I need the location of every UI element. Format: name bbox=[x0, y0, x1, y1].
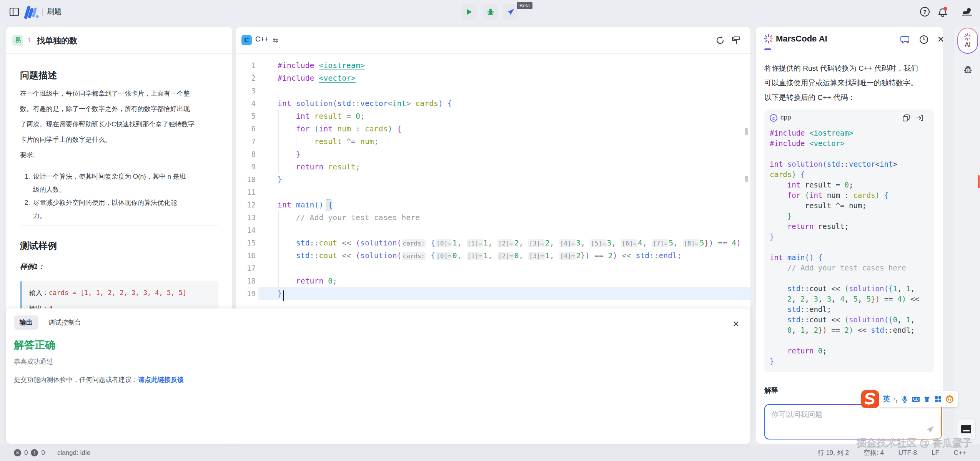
status-bar: ✕ 0 ! 0 clangd: idle 行 19, 列 2 空格: 4 UTF… bbox=[0, 444, 980, 461]
output-panel: 输出 调试控制台 ✕ 解答正确 恭喜成功通过 提交功能内测体验中，任何问题或者建… bbox=[6, 308, 750, 444]
reset-code-icon[interactable] bbox=[715, 35, 725, 45]
difficulty-badge: 易 bbox=[12, 35, 23, 46]
sidebar-toggle-icon[interactable] bbox=[9, 7, 19, 17]
history-icon[interactable] bbox=[919, 35, 929, 45]
explain-bulb-icon[interactable] bbox=[933, 114, 934, 122]
problem-description: 在一个班级中，每位同学都拿到了一张卡片，上面有一个整 数。有趣的是，除了一个数字… bbox=[20, 86, 218, 163]
paper-plane-icon bbox=[506, 7, 515, 17]
ime-mic-icon[interactable] bbox=[901, 395, 908, 403]
ai-input-box[interactable]: 你可以问我问题 bbox=[764, 404, 942, 439]
ai-code-block: c cpp #include <iostream>#include <vecto… bbox=[764, 109, 934, 372]
feedback-text: 提交功能内测体验中，任何问题或者建议：请点此链接反馈 bbox=[14, 375, 750, 384]
indent-guide bbox=[296, 135, 296, 148]
line-numbers: 12345678910111213141516171819 bbox=[236, 59, 256, 300]
divider bbox=[42, 8, 43, 16]
ime-emoji-icon[interactable] bbox=[945, 395, 954, 404]
description-heading: 问题描述 bbox=[20, 69, 218, 81]
ime-punct-toggle[interactable]: ·, bbox=[893, 395, 898, 403]
feedback-link[interactable]: 请点此链接反馈 bbox=[138, 376, 184, 383]
user-avatar[interactable] bbox=[960, 5, 974, 18]
ai-panel: MarsCode AI ✕ 将你提供的 Rust 代码转换为 C++ 代码时，我… bbox=[756, 27, 943, 444]
sample-input-label: 输入： bbox=[29, 289, 49, 297]
copy-code-icon[interactable] bbox=[902, 114, 910, 122]
submit-button[interactable] bbox=[503, 4, 518, 20]
scroll-indicator bbox=[978, 175, 980, 188]
editor-tabbar: C C++ ⇆ bbox=[236, 27, 750, 54]
indent-guide bbox=[278, 211, 279, 287]
ai-rail-button[interactable]: AI bbox=[957, 28, 978, 54]
format-code-icon[interactable] bbox=[731, 35, 741, 45]
cpp-lang-icon: c bbox=[770, 114, 777, 122]
notifications-icon[interactable] bbox=[937, 6, 948, 17]
marscode-logo[interactable] bbox=[23, 5, 39, 19]
ime-keyboard-icon[interactable] bbox=[912, 395, 920, 403]
run-button[interactable] bbox=[461, 4, 477, 20]
tab-output[interactable]: 输出 bbox=[14, 315, 38, 330]
ai-code-content: #include <iostream>#include <vector> int… bbox=[764, 126, 934, 372]
code-block-header: c cpp bbox=[764, 109, 934, 126]
result-subtitle: 恭喜成功通过 bbox=[14, 357, 750, 366]
app-title: 刷题 bbox=[47, 7, 62, 17]
problem-index: 1 bbox=[28, 36, 31, 44]
marscode-ai-icon bbox=[764, 34, 774, 44]
problem-title: 找单独的数 bbox=[37, 35, 77, 46]
close-panel-icon[interactable]: ✕ bbox=[936, 35, 943, 45]
eol[interactable]: LF bbox=[932, 449, 939, 457]
watermark: 掘金技术社区 @ 香瓜蛋子 bbox=[857, 436, 972, 450]
scrollbar-mark[interactable] bbox=[745, 176, 748, 182]
warnings-count: 0 bbox=[41, 449, 45, 457]
debug-rail-icon[interactable] bbox=[963, 65, 973, 75]
svg-text:?: ? bbox=[923, 9, 927, 15]
ai-message-text: 将你提供的 Rust 代码转换为 C++ 代码时，我们 可以直接使用异或运算来找… bbox=[764, 61, 934, 105]
list-item: 1. 设计一个算法，使其时间复杂度为 O(n)，其中 n 是班级的人数。 bbox=[20, 170, 218, 196]
message-divider bbox=[764, 48, 771, 50]
problem-header: 易 1 找单独的数 bbox=[6, 27, 232, 54]
code-block-language: cpp bbox=[780, 114, 791, 121]
top-bar: 刷题 Beta ? bbox=[0, 0, 980, 24]
switch-language-icon[interactable]: ⇆ bbox=[273, 36, 278, 45]
cursor-position[interactable]: 行 19, 列 2 bbox=[818, 448, 849, 457]
sample-input-value: cards = [1, 1, 2, 2, 3, 3, 4, 5, 5] bbox=[49, 289, 186, 297]
sogou-logo[interactable] bbox=[860, 390, 880, 409]
editor-language-tab[interactable]: C++ bbox=[255, 35, 268, 43]
right-rail bbox=[954, 27, 980, 444]
warnings-icon[interactable]: ! bbox=[31, 449, 38, 456]
scrollbar-mark[interactable] bbox=[745, 128, 748, 135]
language-mode[interactable]: C++ bbox=[954, 449, 966, 457]
ime-lang-toggle[interactable]: 英 bbox=[883, 394, 890, 404]
new-chat-icon[interactable] bbox=[900, 35, 910, 45]
sample-label: 样例1： bbox=[20, 262, 218, 271]
divider bbox=[929, 115, 929, 121]
list-item: 2. 尽量减少额外空间的使用，以体现你的算法优化能力。 bbox=[20, 196, 218, 222]
ai-sparkle-icon bbox=[964, 33, 972, 41]
send-icon[interactable] bbox=[925, 425, 935, 435]
requirements-list: 1. 设计一个算法，使其时间复杂度为 O(n)，其中 n 是班级的人数。 2. … bbox=[20, 170, 218, 222]
indent-guide bbox=[278, 110, 279, 173]
bug-icon bbox=[486, 8, 495, 16]
beta-badge: Beta bbox=[517, 2, 532, 9]
debug-button[interactable] bbox=[483, 4, 498, 20]
result-title: 解答正确 bbox=[14, 338, 750, 352]
divider bbox=[20, 226, 218, 226]
ai-rail-label: AI bbox=[965, 41, 970, 48]
ime-toolbox-icon[interactable] bbox=[934, 395, 942, 403]
errors-icon[interactable]: ✕ bbox=[14, 449, 21, 456]
ime-toolbar: 英 ·, bbox=[860, 390, 958, 409]
tab-debug-console[interactable]: 调试控制台 bbox=[48, 318, 81, 327]
help-icon[interactable]: ? bbox=[920, 7, 930, 17]
ai-panel-header: MarsCode AI ✕ bbox=[756, 27, 943, 46]
insert-code-icon[interactable] bbox=[916, 114, 924, 122]
lsp-status: clangd: idle bbox=[57, 449, 90, 457]
text-cursor bbox=[283, 290, 284, 301]
output-tabs: 输出 调试控制台 ✕ bbox=[6, 308, 750, 330]
errors-count: 0 bbox=[24, 449, 28, 457]
play-icon bbox=[465, 8, 473, 16]
cpp-file-icon: C bbox=[241, 35, 252, 45]
samples-heading: 测试样例 bbox=[20, 240, 218, 252]
ai-panel-title: MarsCode AI bbox=[776, 34, 827, 44]
close-output-icon[interactable]: ✕ bbox=[732, 319, 739, 329]
ai-input-placeholder: 你可以问我问题 bbox=[771, 410, 822, 420]
ime-skin-icon[interactable] bbox=[923, 395, 931, 403]
encoding[interactable]: UTF-8 bbox=[898, 449, 917, 457]
